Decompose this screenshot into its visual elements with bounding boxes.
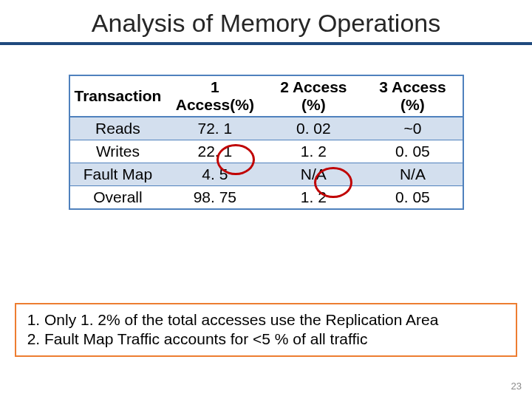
cell: 72. 1 [166, 117, 264, 140]
cell: Reads [69, 117, 166, 140]
cell: Writes [69, 140, 166, 163]
table-row: Reads 72. 1 0. 02 ~0 [69, 117, 463, 140]
table-row: Fault Map 4. 5 N/A N/A [69, 163, 463, 186]
data-table: Transaction 1 Access(%) 2 Access (%) 3 A… [69, 75, 464, 210]
header-cell: 3 Access (%) [363, 75, 463, 117]
page-number: 23 [511, 381, 522, 392]
cell: 0. 05 [363, 140, 463, 163]
title-underline [0, 42, 532, 45]
slide-title: Analysis of Memory Operations [0, 0, 532, 42]
cell: 4. 5 [166, 163, 264, 186]
table-header-row: Transaction 1 Access(%) 2 Access (%) 3 A… [69, 75, 463, 117]
table-row: Overall 98. 75 1. 2 0. 05 [69, 186, 463, 210]
header-cell: Transaction [69, 75, 166, 117]
data-table-wrap: Transaction 1 Access(%) 2 Access (%) 3 A… [69, 75, 464, 210]
cell: ~0 [363, 117, 463, 140]
slide: Analysis of Memory Operations Transactio… [0, 0, 532, 399]
cell: 98. 75 [166, 186, 264, 210]
cell: 22. 1 [166, 140, 264, 163]
cell: Overall [69, 186, 166, 210]
cell: 0. 02 [264, 117, 363, 140]
header-cell: 1 Access(%) [166, 75, 264, 117]
header-cell: 2 Access (%) [264, 75, 363, 117]
note-item: Only 1. 2% of the total accesses use the… [44, 310, 505, 330]
cell: 1. 2 [264, 140, 363, 163]
table-row: Writes 22. 1 1. 2 0. 05 [69, 140, 463, 163]
notes-box: Only 1. 2% of the total accesses use the… [15, 303, 517, 357]
cell: 1. 2 [264, 186, 363, 210]
cell: N/A [264, 163, 363, 186]
note-item: Fault Map Traffic accounts for <5 % of a… [44, 330, 505, 349]
cell: 0. 05 [363, 186, 463, 210]
cell: N/A [363, 163, 463, 186]
cell: Fault Map [69, 163, 166, 186]
